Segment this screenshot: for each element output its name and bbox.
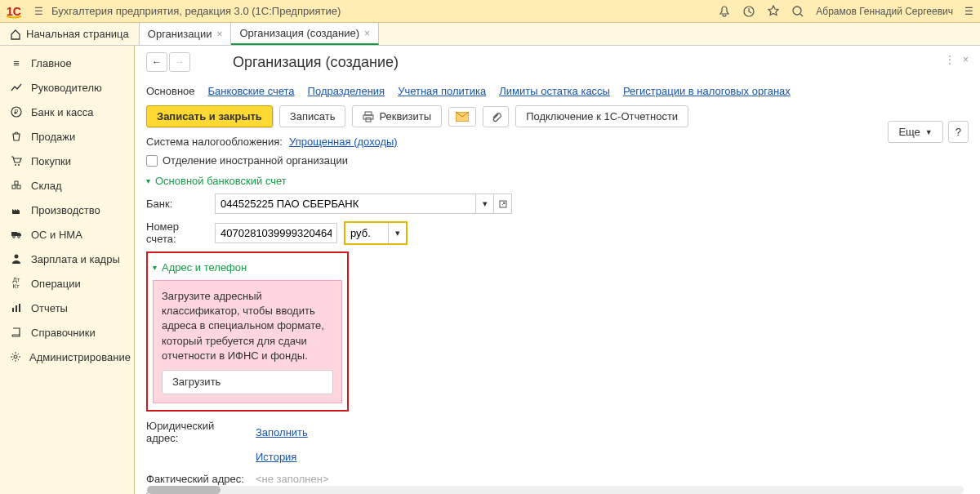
account-input[interactable] [215, 223, 337, 243]
sidebar-item-manager[interactable]: Руководителю [0, 75, 134, 100]
save-close-button[interactable]: Записать и закрыть [146, 105, 273, 127]
subnav-tax-registrations[interactable]: Регистрации в налоговых органах [623, 85, 791, 97]
svg-text:₽: ₽ [14, 109, 18, 116]
tab-home[interactable]: Начальная страница [0, 23, 140, 45]
sidebar-item-warehouse[interactable]: Склад [0, 173, 134, 198]
address-section-header[interactable]: ▾Адрес и телефон [153, 261, 342, 274]
svg-point-13 [18, 236, 20, 238]
bank-section-header[interactable]: ▾Основной банковский счет [146, 175, 969, 187]
star-icon[interactable] [767, 5, 780, 18]
paperclip-icon [490, 111, 501, 122]
sidebar-item-bank[interactable]: ₽Банк и касса [0, 100, 134, 124]
svg-rect-11 [11, 232, 17, 236]
search-icon[interactable] [791, 5, 804, 18]
close-icon[interactable]: × [216, 29, 222, 40]
more-button[interactable]: Еще ▼ [888, 121, 942, 143]
sidebar-item-main[interactable]: ≡Главное [0, 51, 134, 75]
tax-row: Система налогообложения: Упрощенная (дох… [146, 136, 969, 148]
foreign-branch-row: Отделение иностранной организации [146, 154, 969, 167]
currency-select[interactable]: ▾ [344, 221, 408, 245]
subnav-departments[interactable]: Подразделения [308, 85, 385, 97]
bank-row: Банк: ▾ [146, 194, 969, 214]
subnav-cash-limits[interactable]: Лимиты остатка кассы [499, 85, 610, 97]
header-actions: ⋮ × [945, 54, 969, 65]
list-icon: ≡ [10, 56, 23, 69]
svg-rect-16 [16, 305, 17, 312]
print-button[interactable]: Реквизиты [352, 105, 442, 127]
account-row: Номер счета: ▾ [146, 220, 969, 245]
svg-rect-8 [12, 185, 16, 189]
tax-value-link[interactable]: Упрощенная (доходы) [289, 136, 398, 148]
connect-1c-button[interactable]: Подключение к 1С-Отчетности [515, 105, 688, 127]
sidebar-item-admin[interactable]: Администрирование [0, 345, 134, 369]
menu-icon[interactable]: ☰ [964, 6, 973, 17]
currency-dropdown[interactable]: ▾ [388, 223, 406, 243]
chevron-down-icon: ▾ [153, 263, 157, 272]
tab-home-label: Начальная страница [26, 28, 129, 40]
horizontal-scrollbar[interactable] [147, 486, 964, 494]
sidebar-item-directories[interactable]: Справочники [0, 320, 134, 345]
bank-input[interactable] [215, 194, 476, 214]
history-icon[interactable] [742, 5, 755, 18]
tab-organization-create[interactable]: Организация (создание) × [231, 23, 379, 45]
sidebar-item-label: Банк и касса [31, 106, 94, 118]
sidebar-item-label: Отчеты [31, 302, 68, 314]
close-panel-icon[interactable]: × [963, 54, 969, 65]
sidebar-item-reports[interactable]: Отчеты [0, 296, 134, 320]
dropdown-button[interactable]: ▾ [476, 194, 494, 214]
sidebar-item-label: Зарплата и кадры [31, 253, 120, 265]
foreign-branch-label: Отделение иностранной организации [163, 154, 348, 167]
sidebar-item-label: Главное [31, 57, 72, 69]
sidebar-item-label: Покупки [31, 155, 71, 167]
svg-rect-9 [17, 185, 20, 189]
bell-icon[interactable] [718, 5, 731, 18]
currency-input[interactable] [345, 223, 388, 243]
save-button[interactable]: Записать [279, 105, 346, 127]
more-actions-icon[interactable]: ⋮ [945, 54, 955, 65]
factory-icon [10, 203, 23, 216]
tab-bar: Начальная страница Организации × Организ… [0, 23, 980, 46]
mail-button[interactable] [448, 107, 476, 127]
actual-address-row: Фактический адрес: <не заполнен> [146, 473, 969, 485]
fill-legal-link[interactable]: Заполнить [256, 426, 308, 438]
sidebar-item-salary[interactable]: Зарплата и кадры [0, 247, 134, 271]
sidebar-item-operations[interactable]: ДтКтОперации [0, 271, 134, 296]
open-icon [499, 200, 507, 208]
sidebar-item-label: Справочники [31, 327, 96, 339]
foreign-branch-checkbox[interactable] [146, 155, 158, 167]
load-classifier-button[interactable]: Загрузить [162, 370, 333, 394]
subnav-accounting-policy[interactable]: Учетная политика [398, 85, 486, 97]
help-button[interactable]: ? [948, 121, 969, 143]
subnav-bank-accounts[interactable]: Банковские счета [208, 85, 295, 97]
history-link[interactable]: История [256, 451, 296, 463]
content-header: ← → Организация (создание) [146, 52, 969, 72]
tab-label: Организация (создание) [239, 27, 359, 39]
sidebar-item-purchases[interactable]: Покупки [0, 149, 134, 173]
gear-icon [10, 350, 21, 363]
forward-button[interactable]: → [169, 52, 190, 72]
close-icon[interactable]: × [364, 28, 370, 39]
open-button[interactable] [494, 194, 512, 214]
username[interactable]: Абрамов Геннадий Сергеевич [816, 6, 953, 17]
bar-chart-icon [10, 301, 23, 314]
subnav-main[interactable]: Основное [146, 85, 195, 97]
ruble-icon: ₽ [10, 105, 23, 118]
mail-icon [456, 112, 469, 122]
sidebar-item-sales[interactable]: Продажи [0, 124, 134, 149]
svg-point-2 [793, 7, 801, 15]
attach-button[interactable] [483, 106, 509, 127]
burger-icon[interactable]: ☰ [34, 6, 43, 17]
svg-line-3 [800, 14, 803, 16]
sidebar-item-label: Операции [31, 278, 81, 290]
tax-label: Система налогообложения: [146, 136, 283, 148]
book-icon [10, 326, 23, 339]
svg-text:1С: 1С [7, 5, 21, 18]
back-button[interactable]: ← [146, 52, 167, 72]
nav-buttons: ← → [146, 52, 190, 72]
content: ← → Организация (создание) ⋮ × Основное … [135, 46, 980, 494]
sidebar-item-production[interactable]: Производство [0, 198, 134, 222]
tab-organizations[interactable]: Организации × [140, 23, 232, 45]
address-section-title: Адрес и телефон [162, 261, 247, 274]
sidebar-item-label: Производство [31, 204, 100, 216]
sidebar-item-assets[interactable]: ОС и НМА [0, 222, 134, 247]
